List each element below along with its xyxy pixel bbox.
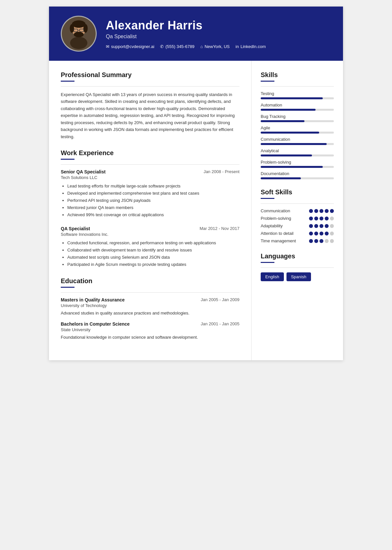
bullet: Participated in Agile Scrum meetings to …	[67, 261, 239, 268]
skill-label-bugtracking: Bug Tracking	[261, 114, 334, 119]
skill-fill-problemsolving	[261, 166, 323, 168]
summary-text: Experienced QA Specialist with 13 years …	[61, 91, 239, 140]
skills-section: Skills Testing Automation Bug Tracki	[261, 71, 334, 179]
edu-item-1: Masters in Quality Assurance Jan 2005 - …	[61, 297, 239, 316]
skill-agile: Agile	[261, 125, 334, 134]
job-header-1: Senior QA Specialist Jan 2008 - Present	[61, 169, 239, 174]
edu-school-1: University of Technology	[61, 303, 239, 308]
skill-fill-automation	[261, 109, 316, 111]
soft-skill-adaptability: Adaptability	[261, 223, 334, 228]
dot	[330, 209, 334, 213]
skill-label-problemsolving: Problem-solving	[261, 160, 334, 165]
dot	[319, 224, 323, 228]
work-experience-title: Work Experience	[61, 149, 239, 157]
dot	[325, 209, 329, 213]
soft-skills-title: Soft Skills	[261, 188, 334, 196]
skill-automation: Automation	[261, 103, 334, 111]
work-experience-divider	[61, 164, 239, 165]
skill-fill-bugtracking	[261, 120, 304, 122]
dot	[309, 224, 313, 228]
education-divider	[61, 292, 239, 293]
job-bullets-1: Lead testing efforts for multiple large-…	[61, 183, 239, 218]
contact-email: ✉ support@cvdesigner.ai	[106, 44, 154, 49]
soft-skill-timemanagement: Time management	[261, 238, 334, 243]
edu-date-1: Jan 2005 - Jan 2009	[201, 297, 239, 302]
dot	[314, 232, 318, 235]
job-title-2: QA Specialist	[61, 226, 90, 231]
education-section: Education Masters in Quality Assurance J…	[61, 277, 239, 341]
skills-underline	[261, 81, 274, 82]
edu-desc-1: Advanced studies in quality assurance pr…	[61, 310, 239, 316]
skill-documentation: Documentation	[261, 171, 334, 179]
education-title: Education	[61, 277, 239, 285]
skill-track-agile	[261, 132, 334, 134]
skill-fill-documentation	[261, 177, 301, 179]
skill-fill-testing	[261, 97, 323, 99]
summary-underline	[61, 81, 74, 82]
soft-skill-label-attention: Attention to detail	[261, 231, 293, 236]
dot	[325, 239, 329, 243]
header-info: Alexander Harris Qa Specialist ✉ support…	[106, 19, 266, 49]
dot	[309, 232, 313, 235]
dot	[319, 209, 323, 213]
work-experience-underline	[61, 159, 74, 160]
soft-skill-dots-attention	[309, 232, 334, 235]
languages-divider	[261, 267, 334, 268]
skill-label-communication: Communication	[261, 137, 334, 142]
soft-skill-label-communication: Communication	[261, 208, 290, 213]
skill-problemsolving: Problem-solving	[261, 160, 334, 168]
svg-point-1	[70, 37, 88, 49]
edu-degree-2: Bachelors in Computer Science	[61, 321, 130, 327]
job-date-1: Jan 2008 - Present	[204, 169, 239, 174]
soft-skills-divider	[261, 203, 334, 204]
header-contacts: ✉ support@cvdesigner.ai ✆ (555) 345-6789…	[106, 44, 266, 49]
job-title-1: Senior QA Specialist	[61, 169, 106, 174]
skill-label-testing: Testing	[261, 91, 334, 96]
skill-track-automation	[261, 109, 334, 111]
skill-track-problemsolving	[261, 166, 334, 168]
work-experience-section: Work Experience Senior QA Specialist Jan…	[61, 149, 239, 268]
dot	[314, 224, 318, 228]
edu-date-2: Jan 2001 - Jan 2005	[201, 321, 239, 326]
skill-label-analytical: Analytical	[261, 148, 334, 153]
email-icon: ✉	[106, 44, 109, 49]
bullet: Achieved 99% test coverage on critical a…	[67, 211, 239, 218]
soft-skill-communication: Communication	[261, 208, 334, 213]
edu-desc-2: Foundational knowledge in computer scien…	[61, 334, 239, 341]
job-company-2: Software Innovations Inc.	[61, 232, 239, 237]
language-spanish: Spanish	[286, 272, 311, 281]
skill-track-documentation	[261, 177, 334, 179]
skill-label-documentation: Documentation	[261, 171, 334, 176]
dot	[330, 217, 334, 220]
languages-section: Languages English Spanish	[261, 252, 334, 281]
bullet: Lead testing efforts for multiple large-…	[67, 183, 239, 190]
dot	[309, 239, 313, 243]
language-english: English	[261, 272, 284, 281]
bullet: Developed and implemented comprehensive …	[67, 190, 239, 197]
language-tags: English Spanish	[261, 272, 334, 281]
job-bullets-2: Conducted functional, regression, and pe…	[61, 239, 239, 268]
left-column: Professional Summary Experienced QA Spec…	[49, 61, 252, 360]
header-title: Qa Specialist	[106, 34, 266, 40]
dot	[325, 217, 329, 220]
location-icon: ⌂	[200, 44, 203, 49]
avatar	[61, 16, 97, 52]
svg-point-5	[83, 24, 88, 33]
soft-skill-label-adaptability: Adaptability	[261, 223, 283, 228]
skills-divider	[261, 86, 334, 87]
resume-container: Alexander Harris Qa Specialist ✉ support…	[49, 7, 343, 360]
job-header-2: QA Specialist Mar 2012 - Nov 2017	[61, 226, 239, 231]
dot	[330, 224, 334, 228]
soft-skill-dots-timemanagement	[309, 239, 334, 243]
bullet: Performed API testing using JSON payload…	[67, 197, 239, 204]
dot	[309, 217, 313, 220]
bullet: Mentored junior QA team members	[67, 204, 239, 211]
dot	[319, 217, 323, 220]
skills-title: Skills	[261, 71, 334, 79]
bullet: Collaborated with development team to id…	[67, 247, 239, 254]
dot	[325, 232, 329, 235]
dot	[314, 217, 318, 220]
job-date-2: Mar 2012 - Nov 2017	[200, 226, 239, 231]
job-company-1: Tech Solutions LLC	[61, 175, 239, 180]
contact-linkedin: in LinkedIn.com	[236, 44, 266, 49]
